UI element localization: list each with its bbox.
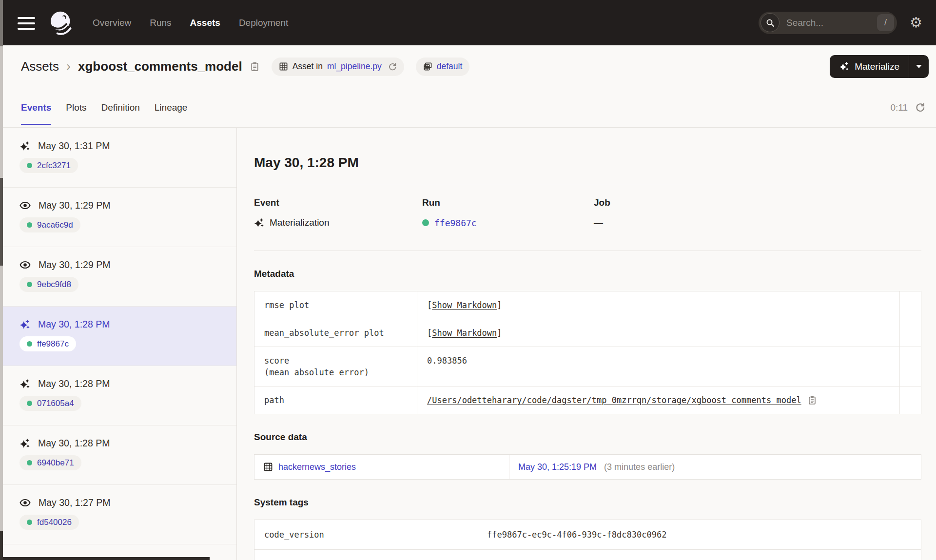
metadata-key: score — [264, 355, 407, 367]
metadata-key: mean_absolute_error plot — [264, 327, 407, 339]
materialize-button[interactable]: Materialize — [830, 55, 909, 78]
run-id-badge[interactable]: ffe9867c — [20, 336, 76, 351]
event-summary: Event Materialization Run ffe9867c Job — — [254, 184, 921, 251]
run-column-label: Run — [422, 197, 594, 208]
breadcrumb-assets-link[interactable]: Assets — [21, 59, 59, 74]
event-list-item[interactable]: May 30, 1:27 PM fd540026 — [3, 485, 236, 544]
event-detail-title: May 30, 1:28 PM — [254, 155, 921, 171]
event-list-item[interactable]: May 30, 1:29 PM 9aca6c9d — [3, 188, 236, 247]
event-list-item[interactable]: May 30, 1:28 PM 071605a4 — [3, 366, 236, 425]
global-search-input[interactable]: Search... / — [759, 12, 897, 34]
event-detail-pane: May 30, 1:28 PM Event Materialization Ru… — [237, 128, 936, 560]
run-id-link: ffe9867c — [37, 339, 69, 349]
row-actions-cell — [899, 291, 921, 319]
run-status-dot — [27, 222, 32, 228]
primary-nav: Overview Runs Assets Deployment — [93, 18, 288, 28]
upstream-asset-link[interactable]: hackernews_stories — [278, 462, 356, 472]
run-id-link: 071605a4 — [37, 399, 74, 408]
event-timestamp: May 30, 1:28 PM — [38, 378, 110, 389]
run-id-badge[interactable]: 2cfc3271 — [20, 158, 78, 173]
nav-item-overview[interactable]: Overview — [93, 18, 131, 28]
chevron-down-icon — [916, 65, 922, 68]
run-id-badge[interactable]: 071605a4 — [20, 396, 81, 411]
event-list-item[interactable]: May 30, 1:28 PM 6940be71 — [3, 425, 236, 485]
event-timestamp: May 30, 1:29 PM — [39, 259, 110, 270]
storage-path-link[interactable]: /Users/odetteharary/code/dagster/tmp_0mz… — [427, 394, 801, 406]
copy-asset-name-icon[interactable] — [250, 61, 260, 72]
event-timestamp: May 30, 1:28 PM — [38, 438, 110, 449]
asset-table-icon — [279, 62, 288, 71]
run-id-link: 6940be71 — [37, 458, 74, 468]
materialize-button-group: Materialize — [830, 55, 929, 78]
run-id-badge[interactable]: 9ebc9fd8 — [20, 277, 78, 292]
pipeline-file-link[interactable]: ml_pipeline.py — [327, 61, 382, 72]
metadata-table: rmse plot [Show Markdown] mean_absolute_… — [254, 291, 921, 414]
search-shortcut-key: / — [877, 14, 894, 31]
observation-eye-icon — [20, 200, 31, 211]
run-id-link: 9aca6c9d — [37, 220, 73, 230]
copy-path-icon[interactable] — [807, 395, 817, 405]
event-list-item[interactable]: May 30, 1:29 PM 9ebc9fd8 — [3, 247, 236, 307]
materialize-dropdown-button[interactable] — [909, 55, 929, 78]
run-id-badge[interactable]: 9aca6c9d — [20, 217, 80, 232]
event-type-value: Materialization — [270, 217, 330, 228]
metadata-key: path — [264, 394, 407, 406]
run-status-dot — [27, 282, 32, 287]
reload-definition-icon[interactable] — [388, 62, 397, 71]
table-row: code_version ffe9867c-ec9c-4f06-939c-f8d… — [254, 520, 921, 550]
run-status-dot — [27, 341, 32, 347]
show-markdown-link[interactable]: Show Markdown — [432, 328, 497, 338]
run-id-badge[interactable]: fd540026 — [20, 515, 79, 530]
run-status-dot — [27, 401, 32, 406]
group-name-link: default — [437, 61, 463, 72]
refresh-icon[interactable] — [915, 102, 925, 113]
system-tags-heading: System tags — [254, 497, 921, 508]
event-list-item[interactable]: May 30, 1:31 PM 2cfc3271 — [3, 128, 236, 188]
source-materialization-time-link[interactable]: May 30, 1:25:19 PM — [518, 462, 597, 472]
run-id-badge[interactable]: 6940be71 — [20, 455, 81, 470]
tab-plots[interactable]: Plots — [66, 88, 86, 127]
table-row: hackernews_stories May 30, 1:25:19 PM (3… — [254, 455, 921, 479]
materialization-sparkle-icon — [20, 141, 30, 152]
system-tag-value: ffe9867c-ec9c-4f06-939c-f8dc830c0962 — [477, 520, 921, 549]
asset-name-title: xgboost_comments_model — [78, 59, 242, 74]
table-row: path /Users/odetteharary/code/dagster/tm… — [254, 386, 921, 414]
asset-table-icon — [263, 462, 273, 472]
run-id-link[interactable]: ffe9867c — [434, 218, 477, 228]
job-column-label: Job — [594, 197, 610, 208]
dagster-logo[interactable] — [48, 10, 74, 36]
event-list-item-selected[interactable]: May 30, 1:28 PM ffe9867c — [3, 307, 236, 366]
table-row: score (mean_absolute_error) 0.983856 — [254, 347, 921, 386]
system-tag-key: code_version — [254, 520, 477, 549]
show-markdown-link[interactable]: Show Markdown — [432, 300, 497, 310]
run-status-dot — [27, 163, 32, 168]
source-time-note: (3 minutes earlier) — [604, 462, 675, 472]
nav-item-deployment[interactable]: Deployment — [239, 18, 288, 28]
menu-icon[interactable] — [18, 17, 35, 30]
event-timestamp: May 30, 1:31 PM — [38, 140, 110, 152]
tab-definition[interactable]: Definition — [101, 88, 140, 127]
octopus-logo-icon — [48, 10, 74, 36]
search-icon — [760, 13, 780, 32]
nav-item-runs[interactable]: Runs — [150, 18, 171, 28]
tab-events[interactable]: Events — [21, 88, 51, 127]
nav-item-assets[interactable]: Assets — [190, 18, 220, 28]
breadcrumb-separator: › — [66, 59, 71, 74]
tab-lineage[interactable]: Lineage — [155, 88, 188, 127]
event-list-sidebar: May 30, 1:31 PM 2cfc3271 May 30, 1:29 PM… — [3, 128, 237, 560]
asset-group-badge[interactable]: default — [416, 58, 470, 76]
event-timestamp: May 30, 1:28 PM — [38, 319, 110, 330]
sparkle-icon — [839, 61, 849, 72]
metadata-key: rmse plot — [264, 299, 407, 311]
materialization-sparkle-icon — [20, 379, 30, 389]
event-column-label: Event — [254, 197, 422, 208]
run-status-dot — [27, 460, 32, 465]
run-status-dot — [27, 520, 32, 525]
asset-definition-prefix: Asset in — [292, 61, 323, 72]
refresh-countdown: 0:11 — [890, 102, 908, 113]
event-timestamp: May 30, 1:27 PM — [39, 497, 110, 508]
asset-tabs: Events Plots Definition Lineage 0:11 — [3, 88, 936, 128]
event-timestamp: May 30, 1:29 PM — [39, 200, 110, 211]
settings-gear-icon[interactable]: ⚙ — [910, 16, 922, 30]
source-data-table: hackernews_stories May 30, 1:25:19 PM (3… — [254, 454, 921, 480]
